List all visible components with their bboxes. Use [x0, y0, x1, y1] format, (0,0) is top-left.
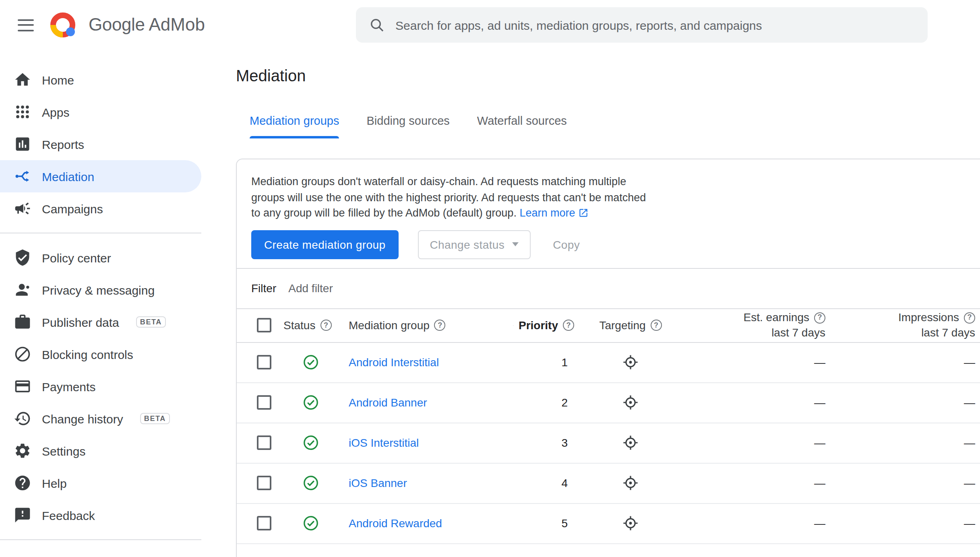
impressions-value: — — [832, 342, 980, 382]
sidebar-item-feedback[interactable]: Feedback — [0, 499, 201, 531]
brand-text: GoogleAdMob — [89, 14, 205, 35]
filter-bar: Filter Add filter — [237, 268, 980, 308]
sidebar-item-apps[interactable]: Apps — [0, 96, 201, 128]
sidebar-divider — [0, 233, 201, 233]
beta-badge: BETA — [136, 316, 166, 328]
priority-value: 3 — [510, 423, 574, 463]
actions-bar: Create mediation group Change status Cop… — [237, 221, 980, 268]
priority-value: 1 — [510, 342, 574, 382]
hamburger-menu-icon[interactable] — [10, 9, 42, 41]
mediation-group-link[interactable]: Android Banner — [349, 396, 427, 409]
help-icon[interactable] — [964, 312, 975, 323]
targeting-icon — [622, 354, 639, 370]
mediation-group-link[interactable]: iOS Interstitial — [349, 436, 419, 449]
row-checkbox[interactable] — [257, 395, 271, 410]
row-checkbox[interactable] — [257, 435, 271, 450]
help-icon[interactable] — [434, 320, 446, 331]
tab-bar: Mediation groups Bidding sources Waterfa… — [250, 106, 980, 138]
table-row: Android Interstitial 1 — — — [237, 342, 980, 382]
help-icon[interactable] — [563, 320, 574, 331]
targeting-icon — [622, 515, 639, 531]
table-row: iOS Interstitial 3 — — — [237, 423, 980, 463]
sidebar-item-help[interactable]: Help — [0, 467, 201, 499]
admob-logo[interactable]: GoogleAdMob — [48, 10, 205, 39]
change-status-button[interactable]: Change status — [418, 230, 530, 259]
targeting-icon — [622, 394, 639, 411]
beta-badge: BETA — [140, 413, 170, 424]
est-earnings-value: — — [687, 423, 832, 463]
block-icon — [13, 345, 32, 364]
tab-waterfall-sources[interactable]: Waterfall sources — [477, 106, 567, 138]
global-search — [356, 7, 928, 43]
targeting-icon — [622, 435, 639, 451]
add-filter-button[interactable]: Add filter — [288, 282, 333, 295]
impressions-value: — — [832, 503, 980, 543]
apps-icon — [13, 102, 32, 122]
search-input[interactable] — [395, 18, 915, 32]
sidebar-item-settings[interactable]: Settings — [0, 435, 201, 467]
sidebar-item-blocking-controls[interactable]: Blocking controls — [0, 338, 201, 370]
mediation-group-link[interactable]: iOS Banner — [349, 477, 407, 489]
est-earnings-value: — — [687, 503, 832, 543]
sidebar-item-publisher-data[interactable]: Publisher data BETA — [0, 306, 201, 338]
home-icon — [13, 70, 32, 89]
help-icon[interactable] — [814, 312, 825, 323]
status-enabled-icon — [302, 515, 318, 531]
intro-text: Mediation groups don't waterfall or dais… — [251, 174, 650, 221]
credit-card-icon — [13, 377, 32, 396]
copy-button[interactable]: Copy — [550, 230, 583, 259]
sidebar-item-home[interactable]: Home — [0, 64, 201, 96]
impressions-value: — — [832, 463, 980, 503]
mediation-group-link[interactable]: Android Rewarded — [349, 517, 442, 530]
briefcase-icon — [13, 312, 32, 332]
chevron-down-icon — [512, 242, 518, 246]
learn-more-link[interactable]: Learn more — [519, 207, 589, 219]
select-all-checkbox[interactable] — [257, 318, 271, 332]
status-enabled-icon — [302, 394, 318, 411]
sidebar-item-privacy-messaging[interactable]: Privacy & messaging — [0, 274, 201, 306]
shield-icon — [13, 248, 32, 267]
admob-app: GoogleAdMob Home — [0, 0, 980, 557]
intro-section: Mediation groups don't waterfall or dais… — [237, 159, 980, 221]
search-icon — [369, 17, 385, 33]
person-icon — [13, 280, 32, 299]
sidebar-item-policy-center[interactable]: Policy center — [0, 241, 201, 274]
sidebar-item-mediation[interactable]: Mediation — [0, 160, 201, 192]
mediation-group-link[interactable]: Android Interstitial — [349, 356, 439, 369]
sidebar: Home Apps Reports — [0, 50, 234, 548]
row-checkbox[interactable] — [257, 516, 271, 530]
priority-sort-header[interactable]: Priority — [510, 319, 574, 332]
help-icon[interactable] — [320, 320, 331, 331]
sidebar-item-reports[interactable]: Reports — [0, 128, 201, 160]
reports-icon — [13, 134, 32, 154]
help-icon[interactable] — [651, 320, 662, 331]
external-link-icon — [579, 208, 589, 218]
gear-icon — [13, 441, 32, 460]
sidebar-item-campaigns[interactable]: Campaigns — [0, 192, 201, 225]
status-enabled-icon — [302, 475, 318, 491]
sidebar-item-change-history[interactable]: Change history BETA — [0, 402, 201, 435]
sidebar-divider — [0, 539, 201, 540]
tab-bidding-sources[interactable]: Bidding sources — [367, 106, 450, 138]
est-earnings-value: — — [687, 342, 832, 382]
priority-value: 5 — [510, 503, 574, 543]
est-earnings-value: — — [687, 463, 832, 503]
create-mediation-group-button[interactable]: Create mediation group — [251, 230, 398, 259]
row-checkbox[interactable] — [257, 355, 271, 369]
feedback-icon — [13, 505, 32, 525]
subheader: last 7 days — [921, 325, 975, 340]
sidebar-item-payments[interactable]: Payments — [0, 370, 201, 402]
table-header-row: Status Mediation group Priority Targetin… — [237, 308, 980, 342]
row-checkbox[interactable] — [257, 476, 271, 490]
campaigns-icon — [13, 199, 32, 218]
table-row: Android Rewarded 5 — — — [237, 503, 980, 543]
priority-value: 2 — [510, 382, 574, 423]
subheader: last 7 days — [771, 325, 825, 340]
est-earnings-value: — — [687, 382, 832, 423]
tab-mediation-groups[interactable]: Mediation groups — [250, 106, 339, 138]
table-row: iOS Banner 4 — — — [237, 463, 980, 503]
admob-logo-icon — [48, 10, 77, 39]
sort-ascending-icon — [513, 319, 514, 331]
main-content: Mediation Mediation groups Bidding sourc… — [236, 50, 980, 557]
mediation-icon — [13, 167, 32, 186]
